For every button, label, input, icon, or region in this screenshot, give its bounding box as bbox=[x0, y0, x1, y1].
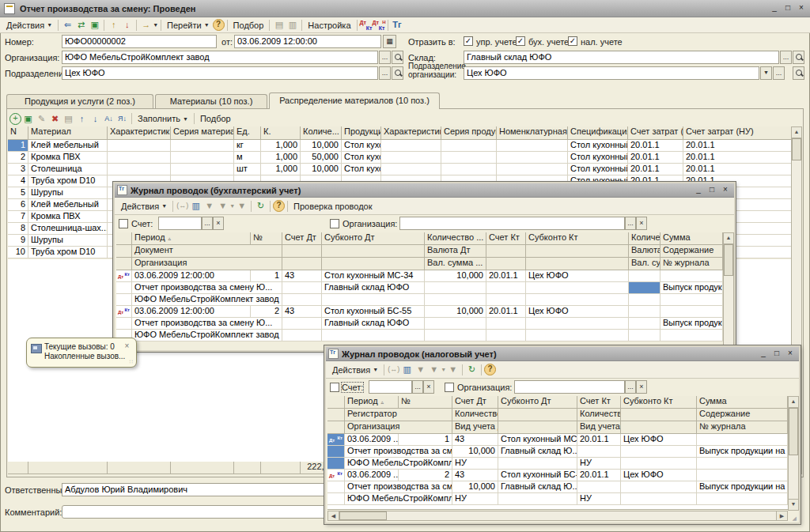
column-header[interactable]: Характеристика ... bbox=[108, 126, 171, 140]
cell[interactable] bbox=[108, 164, 171, 175]
cell[interactable]: 10,000 bbox=[452, 446, 498, 458]
organization-filter-field[interactable] bbox=[399, 217, 625, 230]
cell[interactable]: Цех ЮФО bbox=[526, 270, 629, 282]
posting-row[interactable]: ЮФО МебельСтройКомплект завод bbox=[116, 330, 723, 341]
cell[interactable] bbox=[425, 294, 486, 306]
journal-nu-horizontal-scrollbar[interactable]: ◀ ▶ bbox=[327, 511, 788, 521]
copy-icon[interactable]: ▣ bbox=[88, 19, 101, 31]
cell[interactable]: 2 bbox=[8, 152, 28, 164]
cell[interactable]: 7 bbox=[8, 211, 28, 223]
settings-button[interactable]: Настройка bbox=[305, 19, 354, 32]
tab-materials[interactable]: Материалы (10 поз.) bbox=[155, 94, 267, 108]
cell[interactable]: Труба хром D10 bbox=[28, 247, 108, 258]
restore-icon[interactable]: □ bbox=[782, 3, 793, 13]
cell[interactable] bbox=[108, 140, 171, 152]
calendar-icon[interactable]: ▦ bbox=[383, 35, 396, 48]
column-header[interactable]: Сумма bbox=[660, 232, 723, 245]
column-header[interactable]: № журнала bbox=[697, 421, 788, 434]
ellipsis-button[interactable]: ... bbox=[625, 217, 636, 230]
column-header[interactable]: К. bbox=[261, 126, 301, 140]
column-header[interactable]: Сумма bbox=[697, 396, 788, 409]
column-header[interactable]: Вал. сумма ... bbox=[425, 258, 486, 270]
scroll-up-icon[interactable]: ▲ bbox=[792, 127, 801, 138]
minimize-icon[interactable]: _ bbox=[769, 3, 780, 13]
cell[interactable] bbox=[498, 458, 577, 470]
cell[interactable] bbox=[629, 306, 660, 318]
ellipsis-button[interactable]: ... bbox=[625, 380, 636, 394]
cell[interactable] bbox=[498, 493, 577, 505]
organization-filter-field[interactable] bbox=[514, 380, 625, 394]
column-header[interactable]: Количе... bbox=[301, 126, 342, 140]
cell[interactable]: НУ bbox=[577, 493, 621, 505]
cell[interactable] bbox=[577, 446, 621, 458]
resize-grip[interactable]: ◢ bbox=[793, 515, 797, 522]
grid-pick-button[interactable]: Подбор bbox=[197, 112, 234, 125]
journal-bu-titlebar[interactable]: Журнал проводок (бухгалтерский учет) _ □… bbox=[115, 183, 734, 198]
actions-button[interactable]: Действия▼ bbox=[329, 364, 381, 376]
filter-icon[interactable]: ▼ bbox=[202, 200, 216, 212]
cell[interactable]: 20.01.1 bbox=[486, 306, 526, 318]
cell[interactable]: Кромка ПВХ bbox=[28, 211, 108, 223]
cell[interactable]: м bbox=[234, 152, 261, 164]
cell[interactable] bbox=[486, 282, 526, 294]
management-accounting-checkbox[interactable]: ✓ bbox=[464, 36, 473, 46]
chevron-down-icon[interactable]: ▼ bbox=[760, 66, 772, 80]
cell[interactable]: 8 bbox=[8, 223, 28, 235]
cell[interactable]: Стол кухонный МС-... bbox=[498, 434, 577, 446]
search-icon[interactable] bbox=[793, 51, 804, 64]
help-icon[interactable]: ? bbox=[484, 364, 496, 375]
cell[interactable]: 20.01.1 bbox=[683, 140, 794, 152]
cell[interactable]: 03.06.2009 ... bbox=[345, 470, 399, 481]
account-filter-field[interactable] bbox=[158, 217, 202, 230]
column-header[interactable]: Вид учета Дт bbox=[452, 421, 498, 434]
column-header[interactable]: Материал bbox=[28, 126, 108, 140]
cell[interactable]: 6 bbox=[8, 199, 28, 211]
column-header[interactable]: Организация bbox=[132, 258, 282, 270]
cell[interactable]: 2 bbox=[399, 470, 452, 481]
cell[interactable]: НУ bbox=[577, 458, 621, 470]
cell[interactable]: Цех ЮФО bbox=[621, 470, 697, 481]
cell[interactable]: 43 bbox=[282, 306, 322, 318]
check-postings-button[interactable]: Проверка проводок bbox=[290, 200, 375, 213]
cell[interactable]: 43 bbox=[452, 470, 498, 481]
cell[interactable] bbox=[526, 318, 629, 330]
cell[interactable] bbox=[497, 164, 568, 175]
dtkt-icon[interactable]: ДтКт bbox=[360, 20, 373, 31]
cell[interactable]: 10,000 bbox=[301, 164, 342, 175]
column-header[interactable]: Вал. сумма ... bbox=[629, 258, 660, 270]
column-header[interactable]: Количество ... bbox=[629, 232, 660, 245]
cell[interactable] bbox=[282, 294, 322, 306]
close-icon[interactable]: × bbox=[123, 342, 131, 351]
main-titlebar[interactable]: Отчет производства за смену: Проведен _ … bbox=[0, 0, 810, 17]
column-header[interactable]: Характеристика п... bbox=[381, 126, 441, 140]
cell[interactable]: Столешница bbox=[28, 164, 108, 175]
table-row[interactable]: 3Столешницашт1,00010,000Стол кухонн...Ст… bbox=[8, 164, 791, 175]
column-header[interactable]: Продукция bbox=[342, 126, 381, 140]
journal-nu-titlebar[interactable]: Журнал проводок (налоговый учет) _ □ × bbox=[326, 347, 799, 361]
cell[interactable]: Отчет производства за см... bbox=[345, 446, 452, 458]
scroll-thumb[interactable] bbox=[724, 244, 733, 276]
scroll-thumb[interactable] bbox=[792, 138, 801, 160]
cell[interactable]: 9 bbox=[8, 235, 28, 247]
cell[interactable] bbox=[629, 330, 660, 341]
cell[interactable]: 50,000 bbox=[301, 152, 342, 164]
cell[interactable]: 4 bbox=[8, 175, 28, 187]
cell[interactable]: Шурупы bbox=[28, 187, 108, 199]
cell[interactable]: Отчет производства за см... bbox=[345, 481, 452, 493]
tab-products-services[interactable]: Продукция и услуги (2 поз.) bbox=[6, 94, 153, 108]
cell[interactable]: 2 bbox=[251, 306, 282, 318]
ellipsis-button[interactable]: ... bbox=[412, 380, 423, 394]
column-header[interactable]: Период▵ bbox=[132, 232, 251, 245]
cell[interactable]: Главный склад ЮФО bbox=[322, 282, 425, 294]
cell[interactable] bbox=[425, 318, 486, 330]
number-field[interactable]: ЮФО00000002 bbox=[62, 35, 217, 48]
cell[interactable]: 3 bbox=[8, 164, 28, 175]
column-header[interactable]: № bbox=[251, 232, 282, 245]
column-header[interactable]: Количество ... bbox=[452, 409, 498, 421]
posting-row[interactable]: ЮФО МебельСтройКомплект завод bbox=[116, 294, 723, 306]
goto-button[interactable]: Перейти▼ bbox=[164, 19, 213, 32]
cell[interactable]: 03.06.2009 12:00:00 bbox=[132, 306, 251, 318]
cell[interactable] bbox=[697, 470, 788, 481]
cell[interactable] bbox=[697, 458, 788, 470]
cell[interactable] bbox=[486, 330, 526, 341]
